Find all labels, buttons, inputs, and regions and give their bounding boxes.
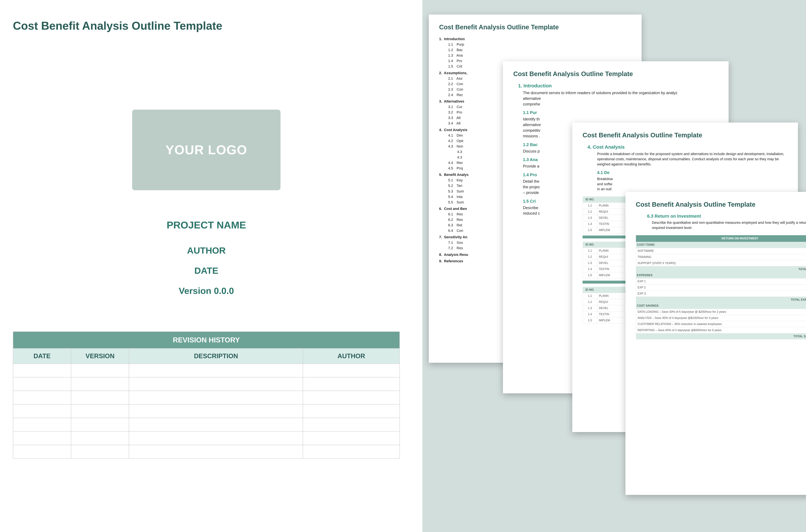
roi-table: RETURN ON INVESTMENT COST ITEMSCOST SOFT… (636, 235, 806, 339)
table-row (13, 445, 400, 458)
savings-col: COST SAVINGS (636, 303, 806, 309)
project-name: PROJECT NAME (13, 219, 400, 231)
rev-col-description: DESCRIPTION (129, 348, 303, 364)
toc-subitem: 1.3 Ana (448, 53, 631, 58)
body-text: Identify th (523, 116, 718, 122)
sub-heading: 1.1 Pur (523, 110, 718, 115)
table-row: SUPPORT (OVER X YEARS)$ (636, 260, 806, 266)
page-title: Cost Benefit Analysis Outline Template (439, 23, 631, 31)
table-row: SOFTWARE$ (636, 248, 806, 254)
table-row: DATA LOADING – Save 30% of 5 days/year @… (636, 309, 806, 315)
preview-page-4: Cost Benefit Analysis Outline Template 6… (626, 192, 806, 495)
cost-items-col: COST ITEMS (636, 242, 806, 248)
page-title: Cost Benefit Analysis Outline Template (13, 19, 400, 32)
sub-heading: 4.1 De (597, 170, 788, 175)
table-row (13, 404, 400, 418)
logo-text: YOUR LOGO (166, 142, 247, 157)
rev-col-date: DATE (13, 348, 71, 364)
page-title: Cost Benefit Analysis Outline Template (636, 201, 806, 208)
sub-heading: 6.3 Return on Investment (647, 214, 806, 219)
revision-history-table: REVISION HISTORY DATE VERSION DESCRIPTIO… (13, 331, 400, 459)
section-heading: 1. Introduction (518, 83, 718, 89)
body-text: Provide a breakdown of costs for the pro… (597, 151, 788, 167)
page-title: Cost Benefit Analysis Outline Template (582, 132, 788, 139)
col-id: ID NO. (583, 242, 597, 248)
table-row: TRAINING$ (636, 254, 806, 260)
total-cost-label: TOTAL COST (636, 266, 806, 272)
toc-subitem: 1.1 Purp (448, 42, 631, 47)
table-row: REPORTING – Save 60% of 2 days/year @$30… (636, 327, 806, 333)
body-text: comprehe (523, 101, 718, 107)
expenses-col: EXPENSES (636, 272, 806, 279)
cover-page: Cost Benefit Analysis Outline Template Y… (13, 19, 400, 459)
body-text: Breakdow and softw in an outl (597, 176, 788, 192)
table-row (13, 377, 400, 391)
table-row (13, 432, 400, 445)
rev-col-author: AUTHOR (303, 348, 400, 364)
col-id: ID NO. (583, 196, 597, 203)
table-row: EXP 3$ (636, 290, 806, 297)
table-row: EXP 1$ (636, 278, 806, 284)
body-text: The document serves to inform readers of… (523, 90, 718, 96)
body-text: alternative (523, 96, 718, 101)
version-field: Version 0.0.0 (13, 285, 400, 296)
rev-title: REVISION HISTORY (13, 331, 400, 348)
section-heading: 4. Cost Analysis (588, 144, 788, 150)
table-row: ANALYSIS – Save 40% of 4 days/year @$100… (636, 315, 806, 321)
body-text: Describe the quantitative and non-quanti… (652, 220, 806, 230)
table-row (13, 391, 400, 404)
author-name: AUTHOR (13, 245, 400, 256)
rev-col-version: VERSION (71, 348, 129, 364)
roi-header: RETURN ON INVESTMENT (636, 235, 806, 242)
total-sav-label: TOTAL SAVINGS (636, 333, 806, 339)
page-title: Cost Benefit Analysis Outline Template (513, 70, 718, 78)
table-row (13, 418, 400, 432)
col-id: ID NO. (583, 287, 597, 293)
table-row: EXP 2$ (636, 284, 806, 290)
date-field: DATE (13, 265, 400, 276)
toc-subitem: 1.2 Bac (448, 47, 631, 53)
meta-block: PROJECT NAME AUTHOR DATE Version 0.0.0 (13, 219, 400, 296)
table-row: CUSTOMER RELATIONS – 35% reduction in sa… (636, 321, 806, 327)
total-exp-label: TOTAL EXPENSES (636, 297, 806, 303)
logo-placeholder: YOUR LOGO (132, 110, 281, 190)
table-row (13, 364, 400, 377)
